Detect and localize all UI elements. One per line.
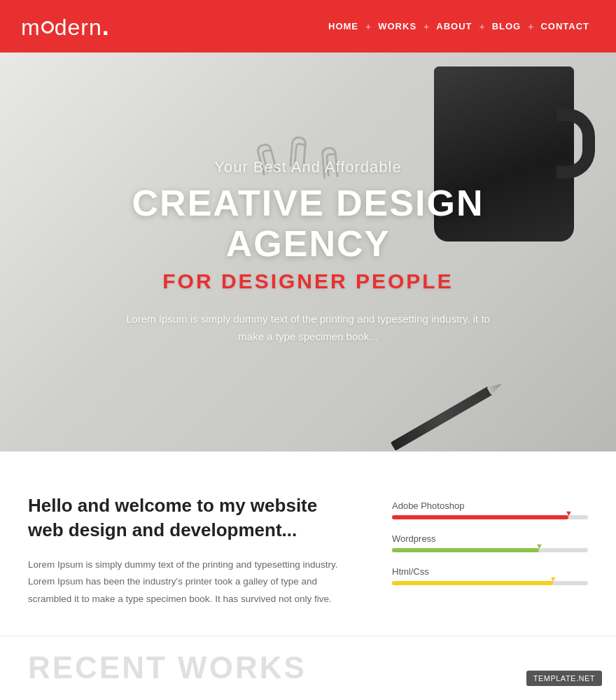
skill-photoshop-bar-bg	[392, 515, 588, 519]
nav-sep-4: +	[526, 21, 535, 32]
nav-about[interactable]: ABOUT	[430, 21, 477, 31]
nav-works[interactable]: WORKS	[372, 21, 422, 31]
about-heading: Hello and welcome to my website web desi…	[28, 493, 350, 542]
hero-content: Your Best And Affordable CREATIVE DESIGN…	[112, 158, 504, 345]
nav-blog[interactable]: BLOG	[486, 21, 527, 31]
skill-wordpress-bar-bg	[392, 548, 588, 552]
logo[interactable]: mdern.	[21, 12, 110, 41]
hero-subtitle: Your Best And Affordable	[112, 158, 504, 176]
hero-title: CREATIVE DESIGN AGENCY	[112, 183, 504, 263]
skill-wordpress: Wordpress	[392, 533, 588, 552]
recent-works-title: RECENT WORKS	[28, 650, 588, 685]
mug-handle	[556, 108, 595, 178]
hero-section: Your Best And Affordable CREATIVE DESIGN…	[0, 52, 616, 451]
hero-description: Lorem Ipsum is simply dummy text of the …	[112, 310, 504, 346]
skill-html-bar-fill	[392, 581, 553, 585]
skill-photoshop-label: Adobe Photoshop	[392, 500, 588, 511]
template-badge: TEMPLATE.NET	[526, 671, 602, 686]
skill-html: Html/Css	[392, 566, 588, 585]
about-text: Lorem Ipsum is simply dummy text of the …	[28, 556, 350, 608]
nav-sep-3: +	[477, 21, 486, 32]
nav-sep-1: +	[364, 21, 372, 32]
recent-works-section: RECENT WORKS	[0, 636, 616, 699]
skill-wordpress-bar-fill	[392, 548, 539, 552]
skill-html-label: Html/Css	[392, 566, 588, 577]
hero-title2: FOR DESIGNER PEOPLE	[112, 270, 504, 293]
skill-photoshop-bar-fill	[392, 515, 568, 519]
about-left-column: Hello and welcome to my website web desi…	[28, 493, 350, 608]
nav-contact[interactable]: CONTACT	[535, 21, 595, 31]
main-nav: HOME + WORKS + ABOUT + BLOG + CONTACT	[323, 21, 595, 32]
nav-sep-2: +	[422, 21, 430, 32]
skill-photoshop: Adobe Photoshop	[392, 500, 588, 519]
skill-wordpress-label: Wordpress	[392, 533, 588, 544]
skill-html-bar-bg	[392, 581, 588, 585]
site-header: mdern. HOME + WORKS + ABOUT + BLOG + CON…	[0, 0, 616, 52]
skills-column: Adobe Photoshop Wordpress Html/Css	[392, 493, 588, 599]
about-section: Hello and welcome to my website web desi…	[0, 451, 616, 636]
logo-dot: .	[102, 12, 110, 41]
nav-home[interactable]: HOME	[323, 21, 364, 31]
logo-o-icon	[41, 21, 54, 34]
